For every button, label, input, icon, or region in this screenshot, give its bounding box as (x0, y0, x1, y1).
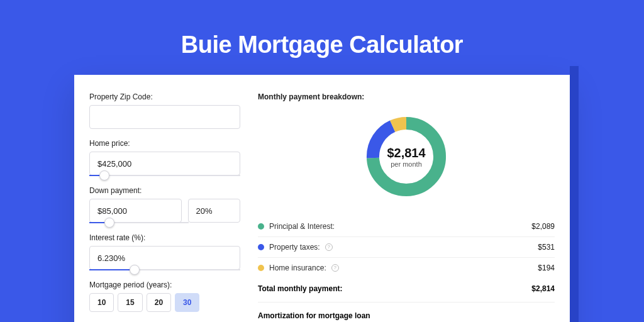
interest-slider-fill (89, 269, 135, 270)
home-price-slider[interactable] (89, 175, 240, 176)
period-field-group: Mortgage period (years): 10152030 (89, 280, 240, 312)
page-title: Buie Mortgage Calculator (0, 31, 644, 58)
period-buttons: 10152030 (89, 293, 240, 312)
interest-slider-thumb[interactable] (130, 265, 140, 275)
period-label: Mortgage period (years): (89, 280, 240, 289)
down-payment-label: Down payment: (89, 186, 240, 195)
down-payment-slider-thumb[interactable] (104, 218, 114, 228)
home-price-field-group: Home price: (89, 139, 240, 176)
legend-label: Home insurance: (269, 264, 326, 272)
breakdown-panel: Monthly payment breakdown: $2,814 per mo… (258, 92, 555, 322)
down-payment-input[interactable] (89, 199, 182, 223)
legend-value: $531 (538, 243, 555, 252)
period-button-15[interactable]: 15 (118, 293, 142, 312)
amortization-title: Amortization for mortgage loan (258, 311, 555, 320)
legend-row-1: Property taxes:?$531 (258, 237, 555, 258)
zip-input[interactable] (89, 105, 240, 129)
legend-left: Principal & Interest: (258, 222, 335, 231)
legend-swatch (258, 223, 264, 230)
calculator-card: Property Zip Code: Home price: Down paym… (74, 75, 570, 322)
donut-amount: $2,814 (387, 146, 425, 160)
legend-swatch (258, 244, 264, 250)
down-payment-pct-input[interactable] (188, 199, 240, 223)
legend-label: Principal & Interest: (269, 222, 335, 231)
donut-chart: $2,814 per month (362, 113, 450, 201)
zip-label: Property Zip Code: (89, 92, 240, 101)
info-icon[interactable]: ? (331, 264, 339, 272)
page-header: Buie Mortgage Calculator (0, 0, 644, 75)
info-icon[interactable]: ? (325, 243, 333, 251)
donut-sub: per month (391, 160, 422, 168)
total-label: Total monthly payment: (258, 284, 342, 293)
legend-label: Property taxes: (269, 243, 320, 252)
amortization-block: Amortization for mortgage loan Amortizat… (258, 302, 555, 322)
donut-center: $2,814 per month (362, 113, 450, 201)
legend-value: $194 (538, 264, 555, 272)
legend-row-0: Principal & Interest:$2,089 (258, 216, 555, 237)
total-value: $2,814 (531, 284, 555, 293)
zip-field-group: Property Zip Code: (89, 92, 240, 129)
inputs-panel: Property Zip Code: Home price: Down paym… (89, 92, 240, 322)
period-button-30[interactable]: 30 (175, 293, 199, 312)
donut-wrap: $2,814 per month (258, 113, 555, 201)
home-price-slider-thumb[interactable] (99, 170, 109, 180)
interest-slider[interactable] (89, 269, 240, 270)
home-price-input[interactable] (89, 152, 240, 175)
breakdown-title: Monthly payment breakdown: (258, 92, 555, 101)
legend-value: $2,089 (531, 222, 555, 231)
legend-row-2: Home insurance:?$194 (258, 258, 555, 278)
home-price-label: Home price: (89, 139, 240, 148)
down-payment-slider[interactable] (89, 222, 189, 223)
interest-input[interactable] (89, 246, 240, 270)
legend: Principal & Interest:$2,089Property taxe… (258, 216, 555, 278)
legend-left: Property taxes:? (258, 243, 333, 252)
period-button-20[interactable]: 20 (147, 293, 171, 312)
interest-label: Interest rate (%): (89, 233, 240, 242)
legend-swatch (258, 265, 264, 271)
legend-left: Home insurance:? (258, 264, 339, 272)
period-button-10[interactable]: 10 (89, 293, 114, 312)
down-payment-field-group: Down payment: (89, 186, 240, 223)
total-row: Total monthly payment: $2,814 (258, 278, 555, 302)
interest-field-group: Interest rate (%): (89, 233, 240, 270)
